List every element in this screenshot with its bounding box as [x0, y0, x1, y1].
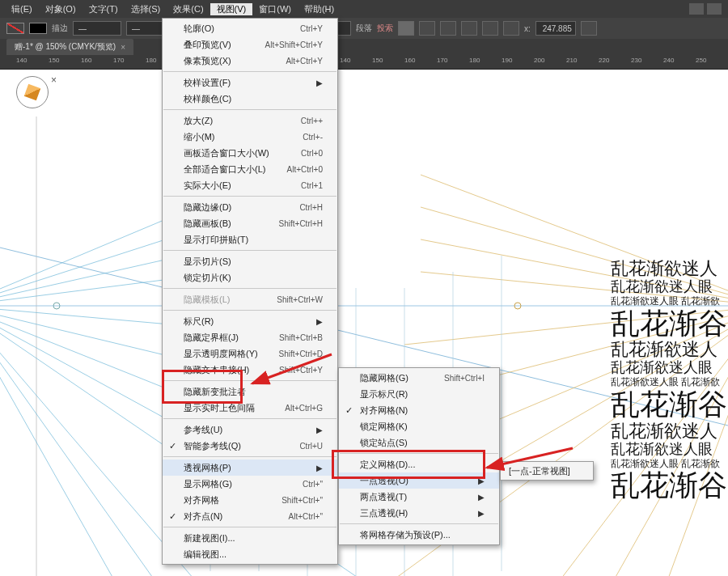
stroke-label: 描边 [52, 23, 68, 34]
ruler-tick: 150 [49, 57, 59, 64]
align-right-icon[interactable] [440, 21, 456, 36]
shortcut-label: Alt+Ctrl+Y [286, 57, 323, 66]
menu-item[interactable]: 显示实时上色间隔Alt+Ctrl+G [163, 400, 337, 416]
menu-effect[interactable]: 效果(C) [167, 3, 210, 15]
menu-item[interactable]: ✓对齐点(N)Alt+Ctrl+" [163, 508, 337, 524]
check-icon: ✓ [169, 441, 176, 451]
align-left-icon[interactable] [398, 21, 414, 36]
menu-item[interactable]: 隐藏文本串接(H)Shift+Ctrl+Y [163, 362, 337, 378]
menu-item[interactable]: 隐藏新变批注者 [163, 383, 337, 400]
shortcut-label: Alt+Ctrl+" [289, 512, 323, 521]
fill-swatch-none[interactable] [6, 23, 24, 34]
menu-type[interactable]: 文字(T) [83, 3, 125, 15]
menu-item[interactable]: ✓智能参考线(Q)Ctrl+U [163, 438, 337, 454]
menu-view[interactable]: 视图(V) [210, 3, 253, 15]
menu-item[interactable]: 透视网格(P)▶ [163, 460, 337, 476]
menu-item-label: 隐藏模板(L) [184, 294, 230, 306]
document-tab[interactable]: 赠-1* @ 150% (CMYK/预览) × [6, 39, 133, 55]
menu-item[interactable]: 锁定切片(K) [163, 269, 337, 286]
menu-item-label: 隐藏网格(G) [360, 372, 408, 384]
perspective-plane-widget[interactable]: × [16, 76, 55, 115]
menu-item[interactable]: 叠印预览(V)Alt+Shift+Ctrl+Y [163, 36, 337, 53]
menu-select[interactable]: 选择(S) [125, 3, 167, 15]
menu-item-label: 一点透视(O) [360, 475, 408, 487]
menu-item[interactable]: 实际大小(E)Ctrl+1 [163, 177, 337, 193]
menu-item[interactable]: ✓对齐网格(N) [339, 402, 499, 418]
ruler-tick: 170 [113, 57, 124, 64]
menu-window[interactable]: 窗口(W) [252, 3, 298, 15]
link-icon[interactable] [482, 21, 498, 36]
menu-item[interactable]: 放大(Z)Ctrl++ [163, 112, 337, 129]
align-center-icon[interactable] [419, 21, 435, 36]
menu-item[interactable]: 锁定站点(S) [339, 434, 499, 451]
menu-item[interactable]: 隐藏画板(B)Shift+Ctrl+H [163, 215, 337, 231]
shortcut-label: Shift+Ctrl+D [279, 349, 323, 358]
menu-item[interactable]: 三点透视(H)▶ [339, 505, 499, 521]
shortcut-label: Ctrl+0 [301, 149, 323, 158]
menu-object[interactable]: 对象(O) [39, 3, 83, 15]
arrange-btn-icon[interactable] [503, 21, 519, 36]
menu-item[interactable]: 轮廓(O)Ctrl+Y [163, 20, 337, 36]
ruler-tick: 140 [340, 57, 350, 64]
menu-item[interactable]: 对齐网格Shift+Ctrl+" [163, 492, 337, 508]
menu-item[interactable]: 显示网格(G)Ctrl+" [163, 476, 337, 492]
one-point-normal-item[interactable]: [一点-正常视图] [501, 464, 593, 478]
sample-text-line: 乱花渐欲迷人眼 乱花渐欲 [611, 459, 728, 469]
menu-item[interactable]: 全部适合窗口大小(L)Alt+Ctrl+0 [163, 161, 337, 177]
shortcut-label: Shift+Ctrl+" [281, 496, 323, 505]
ruler-tick: 200 [534, 57, 544, 64]
menu-item[interactable]: 显示标尺(R) [339, 386, 499, 402]
menu-item[interactable]: 参考线(U)▶ [163, 421, 337, 438]
menu-item[interactable]: 编辑视图... [163, 546, 337, 562]
menu-item[interactable]: 校样颜色(C) [163, 91, 337, 107]
shortcut-label: Ctrl+Y [300, 24, 323, 33]
transform-icon[interactable] [461, 21, 477, 36]
menu-item-label: 新建视图(I)... [184, 532, 235, 544]
ruler-tick: 170 [437, 57, 447, 64]
submenu-arrow-icon: ▶ [316, 464, 323, 472]
menu-item[interactable]: 显示打印拼贴(T) [163, 231, 337, 248]
menu-item[interactable]: 隐藏定界框(J)Shift+Ctrl+B [163, 329, 337, 345]
horizontal-ruler: 1401501601701801901001101201301401501601… [0, 55, 728, 70]
arrange-icon[interactable] [707, 3, 722, 15]
ruler-tick: 220 [599, 57, 609, 64]
stroke-weight[interactable]: — [73, 21, 121, 36]
close-icon[interactable]: × [121, 43, 125, 52]
menu-item[interactable]: 显示透明度网格(Y)Shift+Ctrl+D [163, 345, 337, 362]
menu-item[interactable]: 隐藏网格(G)Shift+Ctrl+I [339, 370, 499, 386]
stroke-swatch[interactable] [29, 23, 47, 34]
widget-close-icon[interactable]: × [51, 74, 57, 86]
menu-item-label: 透视网格(P) [184, 462, 231, 474]
shortcut-label: Ctrl+U [299, 442, 323, 451]
menu-item[interactable]: 画板适合窗口大小(W)Ctrl+0 [163, 145, 337, 161]
menu-item-label: 将网格存储为预设(P)... [360, 529, 451, 541]
menu-item: 隐藏模板(L)Shift+Ctrl+W [163, 291, 337, 307]
x-value-field[interactable]: 247.885 [535, 21, 576, 36]
menu-item[interactable]: 隐藏边缘(D)Ctrl+H [163, 199, 337, 215]
menu-edit[interactable]: 辑(E) [5, 3, 39, 15]
more-icon[interactable] [581, 21, 597, 36]
ruler-tick: 180 [146, 57, 156, 64]
shortcut-label: Ctrl+1 [301, 181, 323, 190]
shortcut-label: Ctrl+H [299, 203, 323, 212]
x-label: x: [524, 24, 531, 33]
menu-item[interactable]: 标尺(R)▶ [163, 313, 337, 329]
menu-item[interactable]: 两点透视(T)▶ [339, 489, 499, 505]
menu-item[interactable]: 定义网格(D)... [339, 456, 499, 472]
menu-item[interactable]: 新建视图(I)... [163, 530, 337, 546]
shortcut-label: Ctrl+" [303, 480, 323, 489]
workspace-icon[interactable] [689, 3, 704, 15]
menu-item[interactable]: 将网格存储为预设(P)... [339, 527, 499, 543]
menu-help[interactable]: 帮助(H) [298, 3, 341, 15]
sample-text-line: 乱花渐欲迷人眼 [611, 442, 728, 457]
svg-line-13 [0, 306, 146, 576]
ruler-tick: 180 [469, 57, 480, 64]
menu-item[interactable]: 显示切片(S) [163, 253, 337, 269]
menu-item[interactable]: 一点透视(O)▶ [339, 472, 499, 489]
menu-item[interactable]: 像素预览(X)Alt+Ctrl+Y [163, 53, 337, 69]
menu-item[interactable]: 锁定网格(K) [339, 418, 499, 434]
menu-item[interactable]: 校样设置(F)▶ [163, 74, 337, 91]
menu-item[interactable]: 缩小(M)Ctrl+- [163, 129, 337, 145]
submenu-arrow-icon: ▶ [316, 426, 323, 434]
menu-item-label: 隐藏新变批注者 [184, 386, 246, 398]
